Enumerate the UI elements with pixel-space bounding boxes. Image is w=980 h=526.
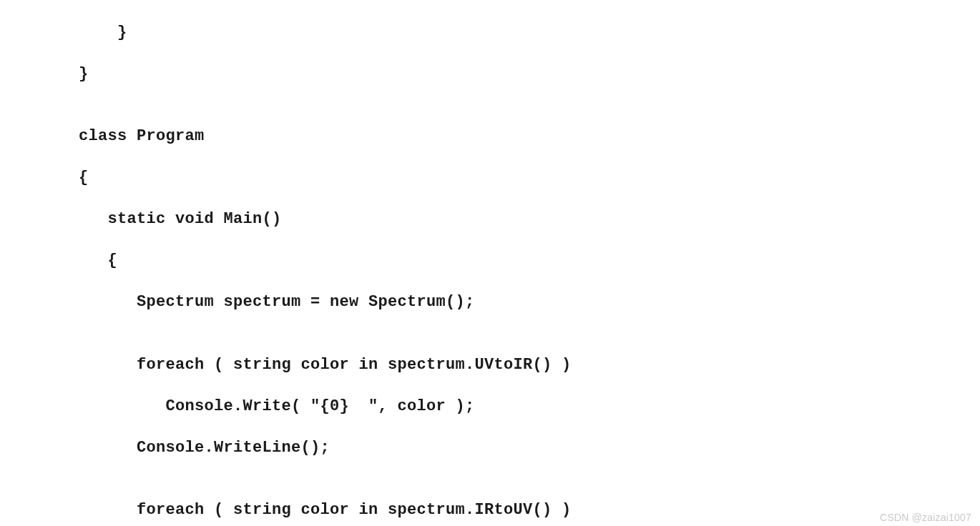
code-line: Console.WriteLine(); (79, 437, 980, 458)
code-line: static void Main() (79, 209, 980, 229)
code-line: { (79, 167, 980, 188)
code-block: } } class Program { static void Main() {… (0, 0, 980, 526)
watermark-text: CSDN @zaizai1007 (880, 512, 971, 523)
code-line: foreach ( string color in spectrum.UVtoI… (79, 354, 980, 375)
code-line: } (79, 64, 980, 84)
code-line: Spectrum spectrum = new Spectrum(); (79, 292, 980, 312)
code-line: } (79, 22, 980, 43)
code-line: { (79, 250, 980, 271)
code-line: class Program (79, 126, 980, 147)
code-line: foreach ( string color in spectrum.IRtoU… (79, 500, 980, 520)
code-line: Console.Write( "{0} ", color ); (79, 396, 980, 417)
